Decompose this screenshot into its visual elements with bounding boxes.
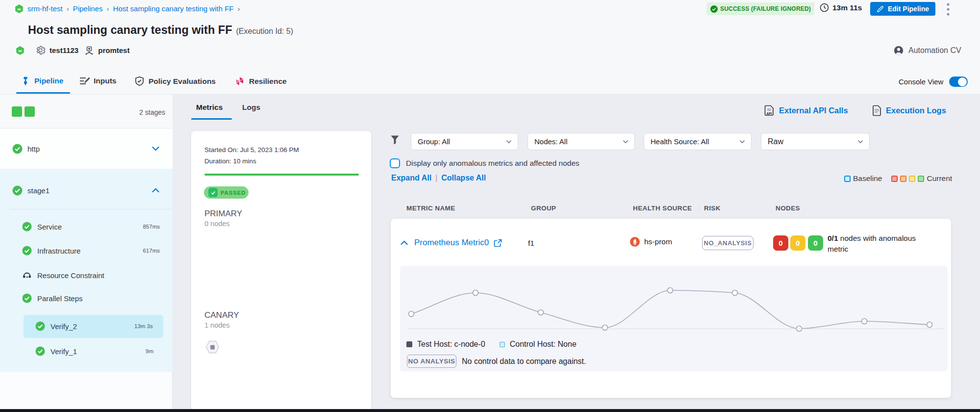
svg-text:∞: ∞ [17, 6, 21, 12]
svg-text:∞: ∞ [18, 48, 22, 53]
svg-text:API: API [767, 112, 772, 115]
